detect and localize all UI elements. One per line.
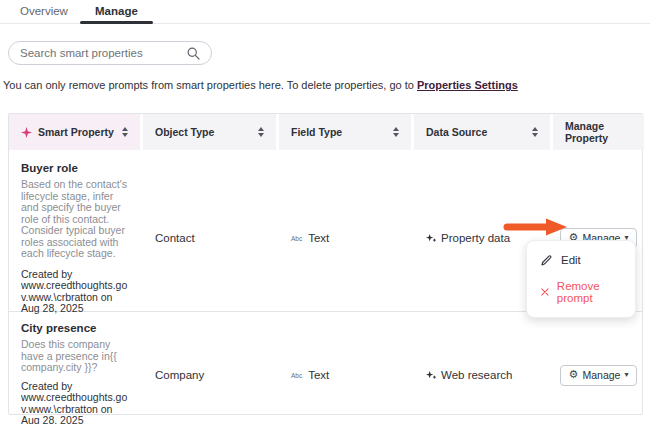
manage-cell: ⚙ Manage ▾ xyxy=(553,365,644,386)
smart-property-cell: Buyer role Based on the contact's lifecy… xyxy=(9,150,143,327)
dropdown-item-label: Edit xyxy=(561,254,581,266)
column-label: Smart Property xyxy=(38,126,122,138)
column-header-object-type[interactable]: Object Type xyxy=(143,114,279,150)
column-header-data-source[interactable]: Data Source xyxy=(414,114,553,150)
sort-icon[interactable] xyxy=(532,127,538,137)
column-label: Data Source xyxy=(426,126,532,138)
annotation-arrow-icon xyxy=(500,217,568,237)
object-type-value: Company xyxy=(155,369,204,381)
column-header-smart-property[interactable]: Smart Property xyxy=(9,114,143,150)
sort-icon[interactable] xyxy=(122,127,128,137)
manage-button-label: Manage xyxy=(582,369,620,381)
search-input[interactable] xyxy=(20,47,187,59)
field-type-value: Text xyxy=(308,232,329,244)
column-label: Manage Property xyxy=(565,120,632,144)
tab-manage[interactable]: Manage xyxy=(95,5,138,17)
field-type-value: Text xyxy=(308,369,329,381)
properties-settings-link[interactable]: Properties Settings xyxy=(417,79,518,91)
column-header-manage-property: Manage Property xyxy=(553,114,644,150)
dropdown-item-edit[interactable]: Edit xyxy=(527,247,635,273)
property-created-by: Created by www.creedthoughts.gov.www.\cr… xyxy=(21,269,131,315)
object-type-cell: Company xyxy=(143,369,279,381)
tab-overview[interactable]: Overview xyxy=(20,5,68,17)
sparkle-icon xyxy=(21,127,32,138)
sort-icon[interactable] xyxy=(258,127,264,137)
x-icon xyxy=(541,287,549,297)
table-header-row: Smart Property Object Type Field Type Da… xyxy=(9,114,642,150)
search-box[interactable] xyxy=(8,41,212,65)
field-type-cell: Abc Text xyxy=(279,232,414,244)
notice-message: You can only remove prompts from smart p… xyxy=(3,79,417,91)
manage-button[interactable]: ⚙ Manage ▾ xyxy=(560,365,638,386)
smart-property-cell: City presence Does this company have a p… xyxy=(9,312,143,424)
ai-sparkle-icon xyxy=(426,370,437,381)
search-icon xyxy=(187,47,200,60)
property-name: City presence xyxy=(21,322,131,334)
gear-icon: ⚙ xyxy=(569,369,579,380)
pencil-icon xyxy=(541,254,553,266)
manage-dropdown-menu: Edit Remove prompt xyxy=(526,240,636,318)
table-row: City presence Does this company have a p… xyxy=(9,311,642,415)
property-created-by: Created by www.creedthoughts.gov.www.\cr… xyxy=(21,381,131,424)
dropdown-item-remove-prompt[interactable]: Remove prompt xyxy=(527,273,635,311)
abc-text-icon: Abc xyxy=(291,372,302,379)
tab-bar: Overview Manage xyxy=(0,0,650,24)
ai-sparkle-icon xyxy=(426,233,437,244)
dropdown-item-label: Remove prompt xyxy=(557,280,621,304)
sort-icon[interactable] xyxy=(393,127,399,137)
property-description: Based on the contact's lifecycle stage, … xyxy=(21,179,131,260)
active-tab-underline xyxy=(80,21,153,24)
column-label: Object Type xyxy=(155,126,258,138)
column-header-field-type[interactable]: Field Type xyxy=(279,114,414,150)
object-type-cell: Contact xyxy=(143,232,279,244)
field-type-cell: Abc Text xyxy=(279,369,414,381)
notice-text: You can only remove prompts from smart p… xyxy=(3,79,518,91)
chevron-down-icon: ▾ xyxy=(624,371,628,379)
property-name: Buyer role xyxy=(21,162,131,174)
abc-text-icon: Abc xyxy=(291,235,302,242)
property-description: Does this company have a presence in{{ c… xyxy=(21,339,131,374)
data-source-value: Web research xyxy=(441,369,512,381)
column-label: Field Type xyxy=(291,126,393,138)
object-type-value: Contact xyxy=(155,232,195,244)
data-source-cell: Web research xyxy=(414,369,553,381)
